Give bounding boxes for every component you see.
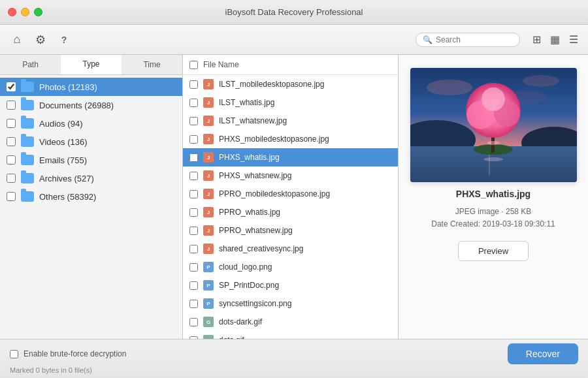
sidebar-item-checkbox-3[interactable] bbox=[7, 137, 16, 146]
folder-icon-5 bbox=[21, 173, 34, 183]
folder-icon-1 bbox=[21, 100, 34, 110]
preview-meta-line1: JPEG image · 258 KB bbox=[455, 207, 532, 216]
tab-time[interactable]: Time bbox=[122, 55, 182, 74]
file-item-6[interactable]: JPPRO_mobiledesktopasone.jpg bbox=[183, 185, 398, 203]
file-name-11: SP_PrintDoc.png bbox=[219, 281, 279, 290]
settings-button[interactable]: ⚙ bbox=[30, 29, 51, 50]
file-name-4: PHXS_whatis.jpg bbox=[219, 153, 280, 162]
home-button[interactable]: ⌂ bbox=[7, 29, 27, 50]
file-item-12[interactable]: Psyncsettingsicon.png bbox=[183, 294, 398, 313]
sidebar-item-checkbox-6[interactable] bbox=[7, 192, 16, 201]
sidebar-item-checkbox-0[interactable] bbox=[7, 82, 16, 91]
file-checkbox-2[interactable] bbox=[189, 117, 198, 125]
file-checkbox-5[interactable] bbox=[189, 172, 198, 180]
file-type-icon-0: J bbox=[203, 79, 214, 89]
file-item-5[interactable]: JPHXS_whatsnew.jpg bbox=[183, 166, 398, 185]
preview-meta-line2: Date Created: 2019-03-18 09:30:11 bbox=[431, 219, 555, 228]
file-item-13[interactable]: Gdots-dark.gif bbox=[183, 313, 398, 331]
file-item-8[interactable]: JPPRO_whatsnew.jpg bbox=[183, 221, 398, 240]
file-item-3[interactable]: JPHXS_mobiledesktopasone.jpg bbox=[183, 130, 398, 148]
brute-force-checkbox[interactable] bbox=[10, 350, 18, 358]
file-type-icon-7: J bbox=[203, 207, 214, 217]
app-title: iBoysoft Data Recovery Professional bbox=[225, 7, 363, 17]
file-item-14[interactable]: Gdots.gif bbox=[183, 331, 398, 339]
minimize-button[interactable] bbox=[21, 8, 29, 16]
folder-icon-2 bbox=[21, 118, 34, 129]
file-name-5: PHXS_whatsnew.jpg bbox=[219, 171, 291, 180]
list-icon: ☰ bbox=[569, 34, 578, 45]
sidebar-item-checkbox-4[interactable] bbox=[7, 155, 16, 165]
sidebar-item-label-4: Emails (755) bbox=[39, 155, 87, 165]
brute-force-label: Enable brute-force decryption bbox=[24, 349, 126, 358]
sidebar-tabs: Path Type Time bbox=[0, 55, 182, 75]
window-controls[interactable] bbox=[8, 8, 42, 16]
tab-path[interactable]: Path bbox=[0, 55, 61, 74]
sidebar-item-label-2: Audios (94) bbox=[39, 119, 82, 129]
preview-image-container bbox=[410, 68, 577, 182]
file-name-1: ILST_whatis.jpg bbox=[219, 98, 274, 107]
file-item-7[interactable]: JPPRO_whatis.jpg bbox=[183, 203, 398, 221]
file-checkbox-7[interactable] bbox=[189, 208, 198, 217]
file-item-4[interactable]: JPHXS_whatis.jpg bbox=[183, 148, 398, 166]
search-input[interactable] bbox=[436, 35, 514, 44]
sidebar-item-2[interactable]: Audios (94) bbox=[0, 114, 182, 133]
sidebar-item-checkbox-5[interactable] bbox=[7, 174, 16, 183]
file-name-10: cloud_logo.png bbox=[219, 262, 272, 272]
svg-point-7 bbox=[483, 157, 503, 161]
sidebar-item-checkbox-2[interactable] bbox=[7, 119, 16, 128]
file-checkbox-3[interactable] bbox=[189, 135, 198, 144]
help-button[interactable]: ? bbox=[54, 29, 74, 50]
sidebar-item-5[interactable]: Archives (527) bbox=[0, 169, 182, 187]
preview-filename: PHXS_whatis.jpg bbox=[456, 189, 531, 199]
file-checkbox-0[interactable] bbox=[189, 80, 198, 89]
file-checkbox-10[interactable] bbox=[189, 263, 198, 272]
sidebar-item-label-0: Photos (12183) bbox=[39, 82, 97, 92]
tab-type[interactable]: Type bbox=[61, 55, 122, 74]
file-item-11[interactable]: PSP_PrintDoc.png bbox=[183, 276, 398, 294]
file-name-7: PPRO_whatis.jpg bbox=[219, 208, 280, 217]
grid-view-button[interactable]: ▦ bbox=[547, 31, 563, 48]
close-button[interactable] bbox=[8, 8, 16, 16]
file-checkbox-13[interactable] bbox=[189, 318, 198, 326]
sidebar-item-1[interactable]: Documents (26988) bbox=[0, 96, 182, 114]
sidebar-item-3[interactable]: Videos (136) bbox=[0, 133, 182, 151]
file-type-icon-5: J bbox=[203, 170, 214, 181]
file-item-2[interactable]: JILST_whatsnew.jpg bbox=[183, 112, 398, 130]
file-type-icon-12: P bbox=[203, 298, 214, 309]
preview-meta: JPEG image · 258 KB Date Created: 2019-0… bbox=[431, 206, 555, 230]
sidebar-item-6[interactable]: Others (58392) bbox=[0, 187, 182, 206]
svg-point-18 bbox=[482, 87, 505, 111]
file-name-9: shared_creativesync.jpg bbox=[219, 244, 303, 253]
file-checkbox-6[interactable] bbox=[189, 190, 198, 198]
file-item-1[interactable]: JILST_whatis.jpg bbox=[183, 93, 398, 112]
file-checkbox-4[interactable] bbox=[189, 153, 198, 162]
file-checkbox-1[interactable] bbox=[189, 99, 198, 107]
maximize-button[interactable] bbox=[34, 8, 42, 16]
search-box: 🔍 bbox=[416, 33, 520, 47]
gear-icon: ⚙ bbox=[35, 33, 46, 47]
grid-icon: ▦ bbox=[550, 34, 560, 45]
file-item-0[interactable]: JILST_mobiledesktopasone.jpg bbox=[183, 75, 398, 93]
file-item-9[interactable]: Jshared_creativesync.jpg bbox=[183, 240, 398, 258]
file-checkbox-11[interactable] bbox=[189, 281, 198, 290]
svg-rect-8 bbox=[489, 153, 490, 176]
sidebar-item-4[interactable]: Emails (755) bbox=[0, 151, 182, 169]
file-checkbox-12[interactable] bbox=[189, 300, 198, 308]
thumbnail-icon: ⊞ bbox=[532, 34, 541, 45]
file-checkbox-9[interactable] bbox=[189, 245, 198, 253]
sidebar-list: Photos (12183)Documents (26988)Audios (9… bbox=[0, 75, 182, 339]
file-checkbox-8[interactable] bbox=[189, 227, 198, 235]
sidebar-item-label-5: Archives (527) bbox=[39, 174, 94, 183]
search-icon: 🔍 bbox=[423, 35, 433, 44]
file-item-10[interactable]: Pcloud_logo.png bbox=[183, 258, 398, 276]
thumbnail-view-button[interactable]: ⊞ bbox=[529, 31, 544, 48]
sidebar-item-checkbox-1[interactable] bbox=[7, 101, 16, 110]
recover-button[interactable]: Recover bbox=[508, 343, 578, 364]
preview-button[interactable]: Preview bbox=[458, 241, 529, 261]
sidebar-item-0[interactable]: Photos (12183) bbox=[0, 78, 182, 96]
file-type-icon-10: P bbox=[203, 262, 214, 272]
select-all-checkbox[interactable] bbox=[189, 61, 198, 69]
sidebar-item-label-3: Videos (136) bbox=[39, 137, 87, 147]
status-label: Marked 0 bytes in 0 file(s) bbox=[10, 366, 92, 374]
list-view-button[interactable]: ☰ bbox=[566, 31, 581, 48]
